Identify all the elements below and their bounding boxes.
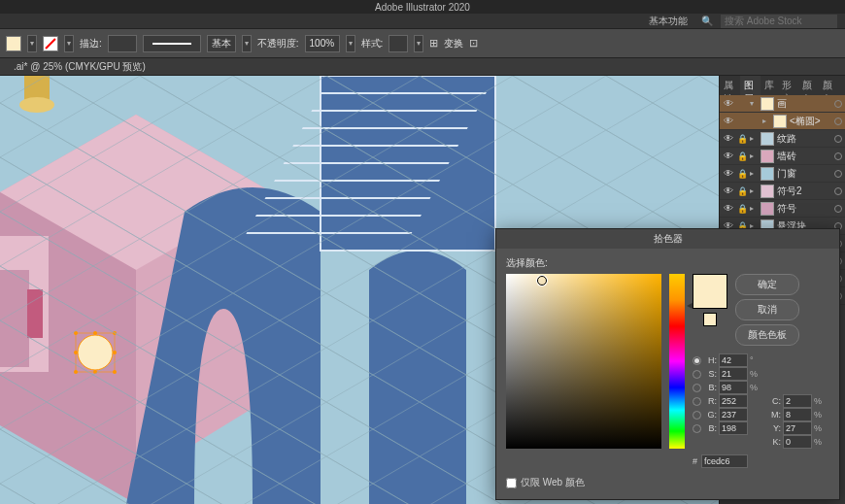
stroke-swatch[interactable] (43, 36, 58, 51)
tab-align[interactable]: 形变 (778, 76, 798, 95)
visibility-icon[interactable]: 👁 (723, 98, 734, 110)
m-field[interactable] (783, 408, 812, 421)
document-tabs: .ai* @ 25% (CMYK/GPU 预览) (0, 58, 845, 76)
fill-dropdown-icon[interactable]: ▾ (27, 35, 37, 52)
lock-icon[interactable] (737, 117, 747, 126)
layer-row[interactable]: 👁🔒▸符号 (720, 200, 845, 218)
stroke-style-dropdown-icon[interactable]: ▾ (242, 35, 252, 52)
target-icon[interactable] (834, 118, 842, 125)
expand-icon[interactable]: ▸ (750, 186, 758, 195)
title-bar: Adobe Illustrator 2020 (0, 0, 845, 14)
visibility-icon[interactable]: 👁 (723, 133, 734, 145)
transform-icon[interactable]: ⊡ (469, 37, 478, 50)
document-tab[interactable]: .ai* @ 25% (CMYK/GPU 预览) (6, 60, 153, 74)
opacity-field[interactable]: 100% (305, 35, 340, 52)
h-radio[interactable] (693, 356, 701, 365)
layer-thumbnail (760, 97, 774, 111)
s-radio[interactable] (693, 370, 701, 379)
visibility-icon[interactable]: 👁 (723, 116, 734, 127)
stroke-style-preview[interactable] (143, 35, 201, 52)
layer-thumbnail (760, 132, 774, 146)
visibility-icon[interactable]: 👁 (723, 203, 734, 215)
align-icon[interactable]: ⊞ (429, 37, 438, 50)
lock-icon[interactable]: 🔒 (737, 151, 747, 161)
r-field[interactable] (719, 394, 748, 408)
tab-layers[interactable]: 图层 (740, 76, 760, 95)
layer-row[interactable]: 👁🔒▸墙砖 (720, 148, 845, 165)
workspace-switcher[interactable]: 基本功能 (643, 15, 693, 28)
opacity-dropdown-icon[interactable]: ▾ (346, 35, 355, 52)
web-only-checkbox[interactable]: 仅限 Web 颜色 (506, 476, 829, 489)
visibility-icon[interactable]: 👁 (723, 185, 734, 197)
opacity-label: 不透明度: (257, 37, 299, 50)
lock-icon[interactable] (737, 99, 747, 109)
lock-icon[interactable]: 🔒 (737, 186, 747, 196)
layer-thumbnail (760, 185, 774, 198)
layer-row[interactable]: 👁▾画 (720, 95, 845, 113)
tab-swatches[interactable]: 颜色参 (819, 76, 845, 95)
layer-name: 门窗 (777, 167, 831, 181)
g-field[interactable] (719, 408, 748, 421)
c-field[interactable] (783, 394, 812, 408)
visibility-icon[interactable]: 👁 (723, 168, 734, 180)
stroke-label: 描边: (80, 37, 102, 50)
target-icon[interactable] (834, 187, 842, 195)
style-dropdown-icon[interactable]: ▾ (414, 35, 423, 52)
visibility-icon[interactable]: 👁 (723, 151, 734, 162)
hex-field[interactable] (701, 454, 748, 468)
control-bar: ▾ ▾ 描边: 基本 ▾ 不透明度: 100% ▾ 样式: ▾ ⊞ 变换 ⊡ (0, 29, 845, 58)
layer-name: <椭圆> (790, 115, 831, 128)
expand-icon[interactable]: ▾ (750, 99, 758, 108)
target-icon[interactable] (834, 135, 842, 143)
expand-icon[interactable]: ▸ (750, 169, 758, 178)
tab-color[interactable]: 颜色 (798, 76, 819, 95)
layer-thumbnail (760, 202, 774, 216)
target-icon[interactable] (834, 170, 842, 178)
expand-icon[interactable]: ▸ (750, 204, 758, 213)
b-field[interactable] (719, 381, 748, 394)
r-radio[interactable] (693, 397, 701, 406)
bv-field[interactable] (719, 421, 748, 435)
ok-button[interactable]: 确定 (735, 274, 799, 295)
web-only-input[interactable] (506, 478, 517, 488)
h-field[interactable] (719, 353, 748, 367)
layer-row[interactable]: 👁🔒▸符号2 (720, 183, 845, 200)
cancel-button[interactable]: 取消 (735, 299, 799, 320)
g-radio[interactable] (693, 411, 701, 420)
b-radio[interactable] (693, 384, 701, 392)
stroke-dropdown-icon[interactable]: ▾ (64, 35, 74, 52)
tab-libraries[interactable]: 库 (760, 76, 778, 95)
s-field[interactable] (719, 367, 748, 381)
lock-icon[interactable]: 🔒 (737, 134, 747, 144)
fill-swatch[interactable] (6, 36, 21, 51)
layer-name: 墙砖 (777, 150, 831, 163)
k-field[interactable] (783, 435, 812, 449)
expand-icon[interactable]: ▸ (750, 151, 758, 160)
saturation-value-field[interactable] (506, 274, 661, 449)
target-icon[interactable] (834, 152, 842, 160)
target-icon[interactable] (834, 205, 842, 213)
layer-row[interactable]: 👁▸<椭圆> (720, 113, 845, 130)
layer-row[interactable]: 👁🔒▸纹路 (720, 130, 845, 148)
bv-radio[interactable] (693, 424, 701, 433)
tab-properties[interactable]: 属性 (720, 76, 740, 95)
lock-icon[interactable]: 🔒 (737, 169, 747, 179)
swatches-button[interactable]: 颜色色板 (735, 324, 799, 346)
lock-icon[interactable]: 🔒 (737, 204, 747, 214)
color-picker-title[interactable]: 拾色器 (496, 229, 839, 249)
y-field[interactable] (783, 421, 812, 435)
search-icon: 🔍 (701, 16, 713, 26)
layer-name: 符号 (777, 202, 831, 216)
expand-icon[interactable]: ▸ (750, 134, 758, 143)
stroke-weight-field[interactable] (108, 35, 137, 52)
target-icon[interactable] (834, 100, 842, 108)
transform-label[interactable]: 变换 (444, 37, 463, 50)
new-color-swatch (693, 274, 727, 309)
expand-icon[interactable]: ▸ (762, 117, 770, 125)
stroke-style-label[interactable]: 基本 (207, 35, 236, 52)
search-input[interactable] (721, 15, 837, 28)
graphic-style-field[interactable] (389, 35, 408, 52)
hue-slider[interactable] (669, 274, 685, 449)
layer-thumbnail (760, 150, 774, 163)
layer-row[interactable]: 👁🔒▸门窗 (720, 165, 845, 183)
